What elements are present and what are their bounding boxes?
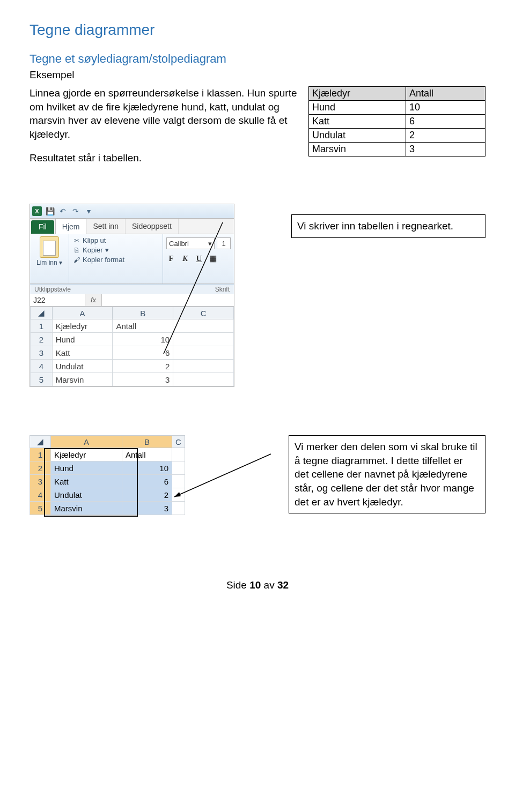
brush-icon: 🖌 xyxy=(72,256,80,264)
excel-screenshot-2: ◢ A B C 1KjæledyrAntall 2Hund10 3Katt6 4… xyxy=(30,435,185,515)
cut-button[interactable]: ✂Klipp ut xyxy=(72,236,160,244)
page-title: Tegne diagrammer xyxy=(30,21,485,39)
section-title: Tegne et søylediagram/stolpediagram xyxy=(30,52,485,66)
paragraph-1: Linnea gjorde en spørreundersøkelse i kl… xyxy=(30,86,298,141)
qat-dropdown-icon[interactable]: ▾ xyxy=(84,206,93,216)
scissors-icon: ✂ xyxy=(72,236,80,244)
row-header[interactable]: 5 xyxy=(31,373,53,386)
tab-file[interactable]: Fil xyxy=(31,220,54,234)
tab-home[interactable]: Hjem xyxy=(55,219,87,234)
row-header[interactable]: 3 xyxy=(31,346,53,360)
select-all-cell[interactable]: ◢ xyxy=(31,307,53,319)
svg-line-1 xyxy=(174,454,271,497)
th-kjaeledyr: Kjæledyr xyxy=(309,87,406,101)
row-header[interactable]: 3 xyxy=(30,475,51,488)
row-header[interactable]: 4 xyxy=(30,488,51,502)
result-table: Kjæledyr Antall Hund10 Katt6 Undulat2 Ma… xyxy=(308,86,485,157)
save-icon[interactable]: 💾 xyxy=(45,206,55,216)
table-row: Marsvin3 xyxy=(309,143,485,157)
table-row: Undulat2 xyxy=(309,129,485,143)
fx-icon[interactable]: fx xyxy=(85,294,102,306)
svg-marker-2 xyxy=(174,492,181,497)
arrow-line xyxy=(161,220,225,359)
row-header[interactable]: 1 xyxy=(30,448,51,461)
row-header[interactable]: 4 xyxy=(31,360,53,373)
row-header[interactable]: 5 xyxy=(30,502,51,515)
row-header[interactable]: 2 xyxy=(31,333,53,346)
callout-1: Vi skriver inn tabellen i regnearket. xyxy=(291,214,485,238)
name-box[interactable]: J22 xyxy=(30,294,85,306)
callout-2: Vi merker den delen som vi skal bruke ti… xyxy=(289,435,485,513)
col-header-a[interactable]: A xyxy=(51,436,122,448)
clipboard-group-label: Utklippstavle xyxy=(34,286,71,293)
paste-button[interactable]: Lim inn ▾ xyxy=(36,259,62,266)
row-header[interactable]: 1 xyxy=(31,319,53,333)
col-header-b[interactable]: B xyxy=(122,436,172,448)
paragraph-2: Resultatet står i tabellen. xyxy=(30,151,298,165)
th-antall: Antall xyxy=(406,87,485,101)
excel-app-icon: X xyxy=(32,206,42,216)
page-footer: Side 10 av 32 xyxy=(30,579,485,591)
copy-icon: ⎘ xyxy=(72,246,80,254)
example-label: Eksempel xyxy=(30,69,485,81)
format-painter-button[interactable]: 🖌Kopier format xyxy=(72,256,160,264)
tab-insert[interactable]: Sett inn xyxy=(86,219,125,234)
select-all-cell[interactable]: ◢ xyxy=(30,436,51,448)
arrow-line xyxy=(172,451,274,505)
col-header-a[interactable]: A xyxy=(52,307,113,319)
table-row: Hund10 xyxy=(309,101,485,115)
svg-line-0 xyxy=(164,222,223,354)
paste-icon[interactable] xyxy=(40,236,59,258)
redo-icon[interactable]: ↷ xyxy=(71,206,80,216)
table-row: Katt6 xyxy=(309,115,485,129)
col-header-c[interactable]: C xyxy=(172,436,185,448)
copy-button[interactable]: ⎘Kopier ▾ xyxy=(72,246,160,254)
undo-icon[interactable]: ↶ xyxy=(58,206,68,216)
row-header[interactable]: 2 xyxy=(30,461,51,475)
